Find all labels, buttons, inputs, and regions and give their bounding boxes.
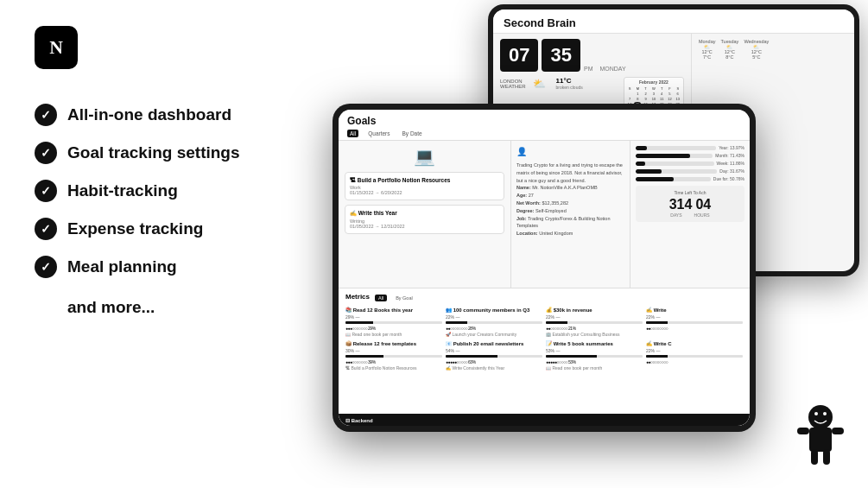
metric-6-pct: 54% — [446, 348, 542, 353]
right-panel: Second Brain 07 35 PM MONDAY February 20… [315, 0, 868, 488]
and-more-text: and more... [35, 298, 294, 317]
notion-logo: N [35, 26, 78, 69]
feature-item-dashboard: All-in-one dashboard [35, 104, 294, 126]
profile-job: Job: Trading Crypto/Forex & Building Not… [516, 215, 624, 231]
metric-2-pct: 22% — [446, 314, 542, 320]
metric-card-8: ✍ Write C 22% — ●●○○○○○○○○ [646, 340, 743, 371]
metric-5-sub: 🏗 Build a Portfolio Notion Resources [345, 365, 442, 371]
svg-text:N: N [49, 37, 63, 58]
metric-2-title: 👥 100 community members in Q3 [446, 307, 542, 313]
metric-8-pct: 22% — [646, 348, 743, 353]
metrics-tab-all[interactable]: All [375, 295, 387, 301]
metric-1-pct: 29% — [345, 314, 442, 320]
progress-bars: Year: 13.97% Month: 71.43% Week: 11.86% [636, 145, 744, 181]
progress-week-label: Week: 11.86% [717, 161, 744, 166]
progress-due: Due for: 50.76% [636, 176, 744, 181]
profile-networth: Net Worth: $12,355,282 [516, 200, 624, 207]
weather-day-monday: Monday ⛅ 12°C 7°C [699, 39, 716, 60]
goals-list-panel: 💻 🏗 Build a Portfolio Notion Resources W… [339, 141, 511, 288]
svg-rect-7 [832, 428, 844, 434]
metric-2-dots: ●●○○○○○○○○ 28% [446, 326, 542, 331]
progress-day: Day: 31.67% [636, 168, 744, 174]
progress-due-label: Due for: 50.76% [713, 176, 744, 181]
metrics-title: Metrics [345, 293, 370, 301]
profile-location: Location: United Kingdom [516, 230, 624, 238]
metric-6-dots: ●●●●●○○○○○ 63% [446, 359, 542, 364]
goals-detail-right: Year: 13.97% Month: 71.43% Week: 11.86% [630, 141, 750, 288]
goals-tabs: All Quarters By Date [347, 130, 741, 137]
check-icon [35, 142, 57, 164]
progress-day-label: Day: 31.67% [719, 168, 744, 174]
svg-rect-6 [797, 428, 809, 434]
metric-1-dots: ●●●○○○○○○○ 29% [345, 326, 442, 331]
metric-7-title: 📝 Write 5 book summaries [546, 340, 643, 346]
metric-card-5: 📦 Release 12 free templates 30% — ●●●○○○… [345, 340, 442, 371]
svg-point-4 [823, 412, 827, 415]
weather-temp: 11°C [556, 77, 583, 85]
progress-month-label: Month: 71.43% [715, 153, 744, 158]
metric-7-sub: 📖 Read one book per month [546, 365, 643, 371]
goal-card-1-date: 01/15/2022 → 6/20/2022 [350, 190, 499, 195]
metric-4-dots: ●●○○○○○○○○ [646, 326, 743, 331]
feature-item-meal-planning: Meal planning [35, 256, 294, 278]
goals-tab-quarters[interactable]: Quarters [365, 130, 392, 137]
tablet-front-inner: Goals All Quarters By Date 💻 🏗 Build [339, 110, 750, 426]
second-brain-header: Second Brain [493, 10, 854, 34]
svg-rect-5 [809, 428, 832, 452]
metric-2-sub: 🚀 Launch your Creators Community [446, 332, 542, 337]
profile-icon: 👤 [516, 145, 624, 159]
metric-6-sub: ✍ Write Consistently this Year [446, 365, 542, 371]
time-left-label: Time Left To Ach [640, 190, 740, 195]
goals-title: Goals [347, 115, 741, 127]
svg-point-2 [808, 405, 833, 429]
metric-3-dots: ●●○○○○○○○○ 21% [546, 326, 643, 331]
second-brain-title: Second Brain [504, 16, 844, 29]
clock-day: MONDAY [599, 66, 625, 72]
profile-section: 👤 Trading Crypto for a living and trying… [516, 145, 624, 238]
goals-placeholder-icon: 💻 [345, 146, 504, 167]
time-labels: DAYS HOURS [640, 212, 740, 218]
profile-name: Name: Mr. NotionVille A.K.A PlanOMB [516, 184, 624, 192]
metric-card-2: 👥 100 community members in Q3 22% — ●●○○… [446, 307, 542, 337]
feature-item-expense-tracking: Expense tracking [35, 218, 294, 240]
goals-header: Goals All Quarters By Date [339, 110, 750, 141]
weather-condition: broken clouds [556, 85, 583, 90]
metric-3-pct: 22% — [546, 314, 643, 320]
goals-full: Goals All Quarters By Date 💻 🏗 Build [339, 110, 750, 426]
svg-rect-9 [823, 449, 830, 465]
metric-8-dots: ●●○○○○○○○○ [646, 359, 743, 364]
left-panel: N All-in-one dashboard Goal tracking set… [0, 0, 328, 488]
profile-degree: Degree: Self-Employed [516, 207, 624, 215]
days-label: DAYS [670, 212, 681, 218]
metric-3-sub: 🏢 Establish your Consulting Business [546, 332, 643, 337]
weather-icon: ⛅ [533, 78, 546, 90]
goals-main-area: 💻 🏗 Build a Portfolio Notion Resources W… [339, 141, 750, 288]
character-illustration [790, 402, 851, 471]
weather-days: Monday ⛅ 12°C 7°C Tuesday ⛅ 12°C 8°C [699, 39, 847, 60]
svg-point-3 [814, 412, 818, 415]
goals-tab-all[interactable]: All [347, 130, 358, 137]
metric-5-pct: 30% — [345, 348, 442, 353]
time-left-numbers: 314 04 [640, 197, 740, 212]
weather-row: LONDON WEATHER ⛅ 11°C broken clouds [500, 77, 624, 90]
backend-label: ⊟ Backend [345, 417, 373, 423]
metric-5-title: 📦 Release 12 free templates [345, 340, 442, 346]
metric-card-7: 📝 Write 5 book summaries 53% — ●●●●●○○○○… [546, 340, 643, 371]
metrics-header: Metrics All By Goal [345, 293, 743, 303]
weather-label: WEATHER [500, 84, 526, 89]
weather-temp-block: 11°C broken clouds [556, 77, 583, 90]
metric-4-pct: 22% — [646, 314, 743, 320]
check-icon [35, 218, 57, 240]
goals-tab-bydate[interactable]: By Date [400, 130, 425, 137]
feature-item-goal-tracking: Goal tracking settings [35, 142, 294, 164]
metric-7-dots: ●●●●●○○○○○ 53% [546, 359, 643, 364]
goals-detail-left: 👤 Trading Crypto for a living and trying… [511, 141, 630, 288]
progress-year-label: Year: 13.97% [719, 145, 744, 150]
clock-period: PM [584, 66, 593, 72]
feature-item-habit-tracking: Habit-tracking [35, 180, 294, 202]
goal-card-1-title: 🏗 Build a Portfolio Notion Resources [350, 177, 499, 183]
clock-hours: 07 [500, 39, 538, 72]
metric-3-title: 💰 $30k in revenue [546, 307, 643, 313]
metrics-tab-bygoal[interactable]: By Goal [392, 295, 416, 301]
metrics-grid: 📚 Read 12 Books this year 29% — ●●●○○○○○… [345, 307, 743, 371]
